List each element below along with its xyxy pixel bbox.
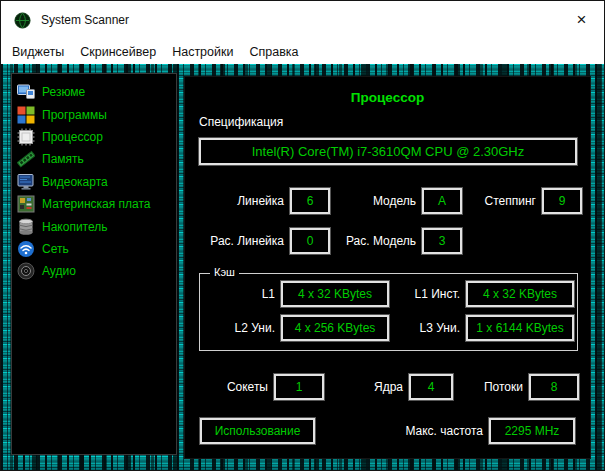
spec-value-box: Intel(R) Core(TM) i7-3610QM CPU @ 2.30GH…: [199, 138, 577, 165]
l3-label: L3 Уни.: [398, 321, 460, 335]
cache-groupbox: Кэш L1 4 x 32 KBytes L1 Инст. 4 x 32 KBy…: [199, 273, 578, 351]
sidebar-item-storage[interactable]: Накопитель: [12, 215, 176, 237]
sidebar-item-network[interactable]: Сеть: [12, 238, 176, 260]
sidebar-item-label: Процессор: [42, 130, 103, 144]
content-area: Резюме Программы Процессор: [1, 64, 604, 470]
cpu-chip-icon: [17, 128, 35, 146]
l1-inst-label: L1 Инст.: [398, 287, 460, 301]
model-label: Модель: [335, 194, 416, 208]
menu-screensaver[interactable]: Скринсейвер: [72, 43, 164, 61]
network-icon: [17, 240, 35, 258]
field-stepping: Степпинг 9: [455, 188, 582, 214]
sidebar-item-label: Память: [42, 152, 84, 166]
sidebar-item-label: Видеокарта: [42, 175, 108, 189]
l1-label: L1: [200, 287, 275, 301]
threads-label: Потоки: [445, 380, 523, 394]
field-ext-family: Рас. Линейка 0: [187, 228, 330, 254]
sidebar-item-label: Материнская плата: [42, 197, 151, 211]
stepping-label: Степпинг: [455, 194, 536, 208]
l2-value-box: 4 x 256 KBytes: [281, 315, 389, 341]
sidebar-item-label: Резюме: [42, 85, 85, 99]
menu-settings[interactable]: Настройки: [164, 43, 241, 61]
sidebar-item-memory[interactable]: Память: [12, 148, 176, 170]
gpu-icon: [17, 173, 35, 191]
spec-label: Спецификация: [199, 115, 283, 129]
field-ext-model: Рас. Модель 3: [335, 228, 462, 254]
title-bar: System Scanner ×: [1, 1, 604, 39]
l1-inst-value-box: 4 x 32 KBytes: [466, 281, 574, 307]
computer-icon: [17, 83, 35, 101]
max-frequency-value-box: 2295 MHz: [489, 418, 575, 444]
field-cores: Ядра 4: [325, 374, 453, 400]
ext-family-label: Рас. Линейка: [187, 234, 284, 248]
window-title: System Scanner: [41, 13, 129, 27]
field-l3-cache: L3 Уни. 1 x 6144 KBytes: [398, 315, 574, 341]
motherboard-icon: [17, 195, 35, 213]
l3-value-box: 1 x 6144 KBytes: [466, 315, 574, 341]
sidebar-item-gpu[interactable]: Видеокарта: [12, 171, 176, 193]
menu-help[interactable]: Справка: [241, 43, 306, 61]
family-value-box: 6: [290, 188, 330, 214]
sockets-label: Сокеты: [187, 380, 268, 394]
windows-logo-icon: [17, 106, 35, 124]
field-family: Линейка 6: [187, 188, 330, 214]
app-window: System Scanner × Виджеты Скринсейвер Нас…: [0, 0, 605, 471]
sidebar-item-motherboard[interactable]: Материнская плата: [12, 193, 176, 215]
sockets-value-box: 1: [274, 374, 324, 400]
ram-icon: [17, 150, 35, 168]
sidebar-item-programs[interactable]: Программы: [12, 103, 176, 125]
cache-group-label: Кэш: [210, 266, 239, 278]
sidebar-item-label: Накопитель: [42, 220, 108, 234]
ext-family-value-box: 0: [290, 228, 330, 254]
sidebar-item-cpu[interactable]: Процессор: [12, 126, 176, 148]
cpu-panel: Процессор Спецификация Intel(R) Core(TM)…: [184, 76, 591, 459]
sidebar-item-summary[interactable]: Резюме: [12, 81, 176, 103]
audio-icon: [17, 262, 35, 280]
family-label: Линейка: [187, 194, 284, 208]
cores-label: Ядра: [325, 380, 403, 394]
stepping-value-box: 9: [542, 188, 582, 214]
sidebar-item-label: Сеть: [42, 242, 69, 256]
sidebar-item-audio[interactable]: Аудио: [12, 260, 176, 282]
field-threads: Потоки 8: [445, 374, 579, 400]
threads-value-box: 8: [529, 374, 579, 400]
l2-label: L2 Уни.: [200, 321, 275, 335]
sidebar: Резюме Программы Процессор: [11, 73, 177, 455]
storage-icon: [17, 218, 35, 236]
menu-bar: Виджеты Скринсейвер Настройки Справка: [1, 39, 604, 64]
field-l1-inst-cache: L1 Инст. 4 x 32 KBytes: [398, 281, 574, 307]
max-frequency-label: Макс. частота: [365, 424, 483, 438]
field-l2-cache: L2 Уни. 4 x 256 KBytes: [200, 315, 389, 341]
l1-value-box: 4 x 32 KBytes: [281, 281, 389, 307]
field-sockets: Сокеты 1: [187, 374, 324, 400]
ext-model-value-box: 3: [422, 228, 462, 254]
field-l1-cache: L1 4 x 32 KBytes: [200, 281, 389, 307]
sidebar-item-label: Программы: [42, 108, 107, 122]
menu-widgets[interactable]: Виджеты: [4, 43, 72, 61]
field-model: Модель A: [335, 188, 462, 214]
ext-model-label: Рас. Модель: [335, 234, 416, 248]
sidebar-item-label: Аудио: [42, 264, 76, 278]
close-icon[interactable]: ×: [559, 1, 604, 39]
page-title: Процессор: [185, 90, 590, 105]
usage-button[interactable]: Использование: [200, 418, 315, 444]
field-max-frequency: Макс. частота 2295 MHz: [365, 418, 575, 444]
app-icon: [14, 12, 31, 29]
